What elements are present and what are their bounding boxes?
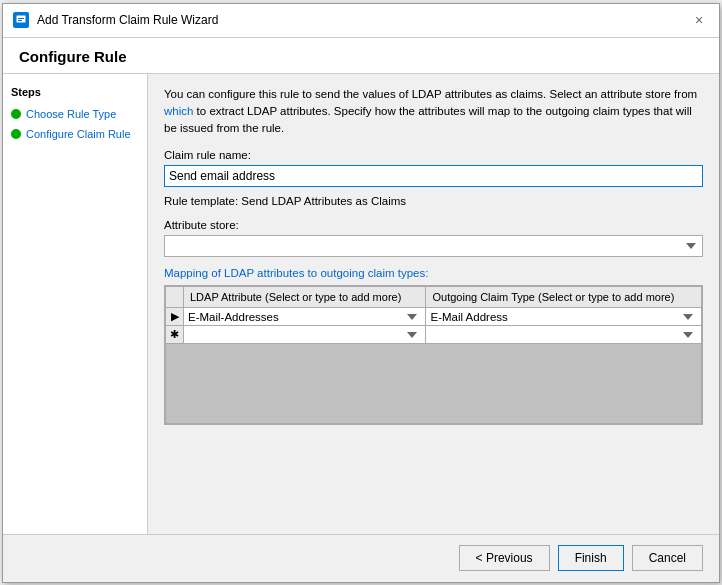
col-ldap-header: LDAP Attribute (Select or type to add mo… <box>184 287 426 308</box>
claim-rule-name-input[interactable] <box>164 165 703 187</box>
sidebar-label-2: Configure Claim Rule <box>26 128 131 140</box>
title-bar: Add Transform Claim Rule Wizard × <box>3 4 719 38</box>
table-row: ▶ E-Mail-Addresses E-Mail Address <box>166 308 702 326</box>
finish-button[interactable]: Finish <box>558 545 624 571</box>
svg-rect-2 <box>18 20 22 21</box>
row-2-indicator: ✱ <box>166 326 184 344</box>
description-link[interactable]: which <box>164 105 193 117</box>
description-text: You can configure this rule to send the … <box>164 86 703 138</box>
row-1-claim-cell: E-Mail Address <box>426 308 702 326</box>
previous-label: < Previous <box>476 551 533 565</box>
page-title: Configure Rule <box>3 38 719 74</box>
row-1-indicator: ▶ <box>166 308 184 326</box>
row-1-ldap-select[interactable]: E-Mail-Addresses <box>188 311 421 323</box>
row-2-claim-cell <box>426 326 702 344</box>
sidebar-dot-1 <box>11 109 21 119</box>
sidebar-item-choose-rule-type[interactable]: Choose Rule Type <box>11 106 139 122</box>
content-area: Steps Choose Rule Type Configure Claim R… <box>3 74 719 534</box>
main-panel: You can configure this rule to send the … <box>148 74 719 534</box>
sidebar-item-configure-claim-rule[interactable]: Configure Claim Rule <box>11 126 139 142</box>
col-indicator-header <box>166 287 184 308</box>
attribute-store-select[interactable] <box>164 235 703 257</box>
close-button[interactable]: × <box>689 10 709 30</box>
rule-template-text: Rule template: Send LDAP Attributes as C… <box>164 195 703 207</box>
footer: < Previous Finish Cancel <box>3 534 719 582</box>
cancel-button[interactable]: Cancel <box>632 545 703 571</box>
mapping-table-wrapper: LDAP Attribute (Select or type to add mo… <box>164 285 703 425</box>
row-1-claim-select[interactable]: E-Mail Address <box>430 311 697 323</box>
svg-rect-1 <box>18 18 24 19</box>
sidebar-dot-2 <box>11 129 21 139</box>
row-1-ldap-cell: E-Mail-Addresses <box>184 308 426 326</box>
cancel-label: Cancel <box>649 551 686 565</box>
dialog-icon <box>13 12 29 28</box>
sidebar: Steps Choose Rule Type Configure Claim R… <box>3 74 148 534</box>
dialog-title: Add Transform Claim Rule Wizard <box>37 13 218 27</box>
row-2-ldap-cell <box>184 326 426 344</box>
col-claim-header: Outgoing Claim Type (Select or type to a… <box>426 287 702 308</box>
dialog: Add Transform Claim Rule Wizard × Config… <box>2 3 720 583</box>
sidebar-label-1: Choose Rule Type <box>26 108 116 120</box>
claim-rule-name-label: Claim rule name: <box>164 149 703 161</box>
mapping-label: Mapping of LDAP attributes to outgoing c… <box>164 267 703 279</box>
row-2-ldap-select[interactable] <box>188 329 421 341</box>
row-2-claim-select[interactable] <box>430 329 697 341</box>
table-row: ✱ <box>166 326 702 344</box>
previous-button[interactable]: < Previous <box>459 545 550 571</box>
finish-label: Finish <box>575 551 607 565</box>
sidebar-heading: Steps <box>11 86 139 98</box>
title-bar-left: Add Transform Claim Rule Wizard <box>13 12 218 28</box>
mapping-table: LDAP Attribute (Select or type to add mo… <box>165 286 702 344</box>
attribute-store-label: Attribute store: <box>164 219 703 231</box>
gray-area <box>165 344 702 424</box>
